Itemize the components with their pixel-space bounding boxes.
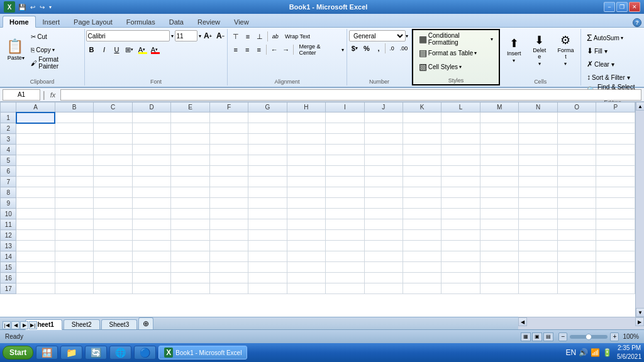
cell-G16[interactable] [248,273,287,283]
cell-M13[interactable] [480,241,519,251]
cell-O10[interactable] [557,209,596,219]
cell-I7[interactable] [326,177,364,187]
cell-E5[interactable] [171,155,209,166]
cell-M11[interactable] [480,219,519,230]
cell-J2[interactable] [364,123,402,134]
cell-H11[interactable] [287,219,326,230]
cell-D4[interactable] [132,145,171,155]
cell-D12[interactable] [132,230,171,241]
cell-N9[interactable] [519,198,558,209]
cell-M7[interactable] [480,177,519,187]
cell-P6[interactable] [596,166,635,177]
cell-C13[interactable] [94,241,133,251]
cell-B16[interactable] [55,273,93,283]
cell-B2[interactable] [55,123,93,134]
sheet-next-btn[interactable]: ▶ [20,321,28,329]
cell-E17[interactable] [171,283,209,294]
vertical-scrollbar[interactable]: ▲ ▼ [635,102,644,317]
cell-A10[interactable] [16,209,55,219]
cell-N17[interactable] [519,283,558,294]
align-middle-btn[interactable]: ≡ [242,31,253,42]
cell-F9[interactable] [209,198,248,209]
cell-K11[interactable] [402,219,441,230]
format-painter-button[interactable]: 🖌Format Painter [28,57,82,69]
col-header-K[interactable]: K [402,102,441,112]
tab-data[interactable]: Data [162,16,191,27]
cell-K4[interactable] [402,145,441,155]
cell-P17[interactable] [596,283,635,294]
cell-M15[interactable] [480,262,519,273]
cell-D6[interactable] [132,166,171,177]
align-left-btn[interactable]: ≡ [230,44,242,55]
cell-I14[interactable] [326,251,364,262]
tray-battery[interactable]: 🔋 [602,348,612,357]
cell-H2[interactable] [287,123,326,134]
decrease-decimal-btn[interactable]: .00 [398,43,409,54]
cell-C3[interactable] [94,134,133,145]
cell-C14[interactable] [94,251,133,262]
cell-I12[interactable] [326,230,364,241]
cell-I10[interactable] [326,209,364,219]
help-btn[interactable]: ? [633,18,641,27]
cell-I2[interactable] [326,123,364,134]
col-header-M[interactable]: M [480,102,519,112]
cell-M5[interactable] [480,155,519,166]
cell-F4[interactable] [209,145,248,155]
cell-B14[interactable] [55,251,93,262]
scroll-down-btn[interactable]: ▼ [636,308,644,317]
cell-A1[interactable] [16,112,55,123]
cell-G13[interactable] [248,241,287,251]
page-layout-view-btn[interactable]: ▣ [532,332,542,341]
number-format-arrow[interactable]: ▾ [406,33,408,39]
cell-L13[interactable] [441,241,480,251]
zoom-thumb[interactable] [586,334,592,340]
cell-M16[interactable] [480,273,519,283]
cell-O2[interactable] [557,123,596,134]
cell-N1[interactable] [519,112,558,123]
cell-J7[interactable] [364,177,402,187]
number-format-select[interactable]: General [349,30,406,41]
cell-J6[interactable] [364,166,402,177]
cell-P9[interactable] [596,198,635,209]
cell-H7[interactable] [287,177,326,187]
cell-N10[interactable] [519,209,558,219]
cell-L15[interactable] [441,262,480,273]
cell-N3[interactable] [519,134,558,145]
tab-home[interactable]: Home [3,16,36,28]
cell-I5[interactable] [326,155,364,166]
format-arrow[interactable]: ▾ [564,61,567,67]
col-header-L[interactable]: L [441,102,480,112]
cell-I8[interactable] [326,187,364,198]
format-table-arrow[interactable]: ▾ [474,50,477,56]
cell-F13[interactable] [209,241,248,251]
cond-format-arrow[interactable]: ▾ [491,36,493,42]
cell-F16[interactable] [209,273,248,283]
tab-page-layout[interactable]: Page Layout [67,16,119,27]
cell-J17[interactable] [364,283,402,294]
scroll-track-horizontal[interactable] [527,317,635,329]
cell-A7[interactable] [16,177,55,187]
cell-O14[interactable] [557,251,596,262]
cell-A16[interactable] [16,273,55,283]
cell-L12[interactable] [441,230,480,241]
cell-A17[interactable] [16,283,55,294]
cell-M2[interactable] [480,123,519,134]
cell-O8[interactable] [557,187,596,198]
cell-C9[interactable] [94,198,133,209]
cell-E14[interactable] [171,251,209,262]
cell-K17[interactable] [402,283,441,294]
cell-E11[interactable] [171,219,209,230]
cell-N14[interactable] [519,251,558,262]
tray-network[interactable]: 📶 [591,348,600,357]
cell-L6[interactable] [441,166,480,177]
cell-L5[interactable] [441,155,480,166]
cell-K15[interactable] [402,262,441,273]
zoom-out-btn[interactable]: − [558,332,567,341]
cell-A6[interactable] [16,166,55,177]
cell-N13[interactable] [519,241,558,251]
cell-J4[interactable] [364,145,402,155]
cell-K7[interactable] [402,177,441,187]
cell-D3[interactable] [132,134,171,145]
cell-M4[interactable] [480,145,519,155]
cell-I17[interactable] [326,283,364,294]
